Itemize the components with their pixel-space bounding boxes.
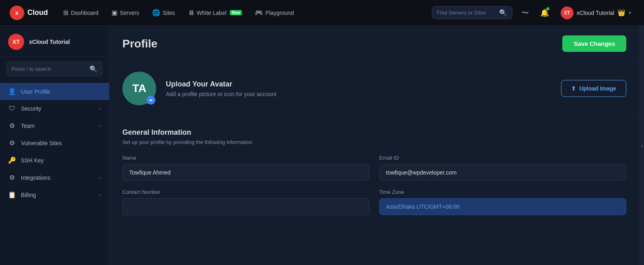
sidebar-avatar: XT — [8, 34, 24, 50]
edit-avatar-badge[interactable]: ✏ — [147, 96, 155, 105]
section-subtitle-general: Set up your profile by providing the fol… — [122, 139, 626, 145]
sidebar-label-team: Team — [21, 123, 35, 129]
sidebar-label-ssh-key: SSH Key — [21, 157, 44, 164]
upload-icon: ⬆ — [571, 85, 576, 92]
nav-item-dashboard[interactable]: ⊞ Dashboard — [58, 6, 104, 20]
form-group-name: Name — [122, 155, 369, 181]
nav-label-playground: Playground — [265, 10, 294, 16]
profile-avatar: TA ✏ — [122, 72, 156, 105]
logo[interactable]: x Cloud — [10, 6, 48, 20]
sites-icon: 🌐 — [152, 9, 160, 16]
billing-chevron-icon: › — [99, 192, 101, 198]
email-input[interactable] — [379, 164, 626, 181]
sidebar-search-icon: 🔍 — [89, 65, 97, 73]
upload-button-label: Upload Image — [579, 85, 616, 92]
sidebar-user: XT xCloud Tutorial — [0, 34, 109, 57]
sidebar-item-security[interactable]: 🛡 Security › — [0, 100, 109, 117]
user-avatar-nav: XT — [561, 6, 574, 19]
chevron-down-icon: ▾ — [629, 10, 631, 16]
global-search-input[interactable] — [437, 10, 496, 16]
sidebar-search-input[interactable] — [12, 66, 86, 72]
name-input[interactable] — [122, 164, 369, 181]
sidebar-item-vulnerable-sites[interactable]: ⚙ Vulnerable Sites — [0, 134, 109, 152]
team-chevron-icon: › — [99, 123, 101, 129]
sidebar-item-ssh-key[interactable]: 🔑 SSH Key — [0, 152, 109, 169]
email-label: Email ID — [379, 155, 626, 161]
sidebar-label-user-profile: User Profile — [21, 88, 50, 95]
playground-icon: 🎮 — [255, 9, 263, 16]
form-row-name-email: Name Email ID — [122, 155, 626, 181]
nav-label-servers: Servers — [120, 10, 139, 16]
content-header: Profile Save Changes — [109, 26, 639, 60]
logo-text: Cloud — [27, 8, 48, 17]
sidebar-label-vulnerable-sites: Vulnerable Sites — [21, 140, 62, 146]
sidebar-item-integrations[interactable]: ⚙ Integrations › — [0, 169, 109, 186]
notifications-icon[interactable]: 🔔 — [538, 6, 551, 19]
name-label: Name — [122, 155, 369, 161]
form-row-contact-timezone: Contact Number Time Zone Asia/Dhaka UTC/… — [122, 189, 626, 215]
user-name-nav: xCloud Tutorial — [577, 10, 614, 16]
timezone-label: Time Zone — [379, 189, 626, 195]
avatar-section: TA ✏ Upload Your Avatar Add a profile pi… — [109, 60, 639, 117]
right-panel-toggle[interactable]: ‹ — [639, 26, 644, 265]
timezone-select[interactable]: Asia/Dhaka UTC/GMT+06:00 — [379, 198, 626, 215]
whitelabel-icon: 🖥 — [188, 9, 194, 16]
avatar-info: Upload Your Avatar Add a profile picture… — [166, 80, 551, 97]
user-menu[interactable]: XT xCloud Tutorial 👑 ▾ — [557, 5, 634, 21]
main-layout: XT xCloud Tutorial 🔍 👤 User Profile 🛡 Se… — [0, 26, 644, 265]
nav-item-whitelabel[interactable]: 🖥 White Label New — [182, 6, 248, 20]
nav-right: 🔍 〜 🔔 XT xCloud Tutorial 👑 ▾ — [432, 5, 634, 21]
team-icon: ⚙ — [8, 122, 16, 129]
sidebar-item-team[interactable]: ⚙ Team › — [0, 117, 109, 134]
sidebar-item-user-profile[interactable]: 👤 User Profile — [0, 83, 109, 100]
global-search[interactable]: 🔍 — [432, 6, 512, 19]
logo-icon: x — [10, 6, 24, 20]
upload-image-button[interactable]: ⬆ Upload Image — [561, 80, 626, 97]
vulnerable-sites-icon: ⚙ — [8, 139, 16, 147]
nav-items: ⊞ Dashboard ▣ Servers 🌐 Sites 🖥 White La… — [58, 6, 429, 20]
ssh-key-icon: 🔑 — [8, 156, 16, 164]
contact-label: Contact Number — [122, 189, 369, 195]
sidebar-label-billing: Billing — [21, 192, 36, 198]
general-information-section: General Information Set up your profile … — [109, 117, 639, 234]
panel-collapse-icon: ‹ — [641, 142, 643, 149]
user-profile-icon: 👤 — [8, 88, 16, 95]
form-group-contact: Contact Number — [122, 189, 369, 215]
nav-item-playground[interactable]: 🎮 Playground — [249, 6, 299, 20]
avatar-subtitle: Add a profile picture or icon for your a… — [166, 91, 551, 97]
section-title-general: General Information — [122, 128, 626, 137]
sidebar-item-billing[interactable]: 📋 Billing › — [0, 186, 109, 203]
activity-icon[interactable]: 〜 — [519, 6, 532, 19]
crown-icon: 👑 — [617, 9, 625, 16]
notification-dot — [546, 7, 549, 10]
nav-label-sites: Sites — [163, 10, 175, 16]
avatar-title: Upload Your Avatar — [166, 80, 551, 88]
page-title: Profile — [122, 37, 157, 50]
top-navigation: x Cloud ⊞ Dashboard ▣ Servers 🌐 Sites 🖥 … — [0, 0, 644, 26]
form-group-email: Email ID — [379, 155, 626, 181]
nav-label-dashboard: Dashboard — [71, 10, 99, 16]
avatar-initials: TA — [132, 82, 146, 95]
contact-input[interactable] — [122, 198, 369, 215]
sidebar-search[interactable]: 🔍 — [6, 62, 103, 76]
sidebar-username: xCloud Tutorial — [29, 39, 70, 45]
nav-label-whitelabel: White Label — [197, 10, 227, 16]
main-content: Profile Save Changes TA ✏ Upload Your Av… — [109, 26, 639, 265]
nav-item-servers[interactable]: ▣ Servers — [106, 6, 145, 20]
nav-item-sites[interactable]: 🌐 Sites — [147, 6, 181, 20]
security-icon: 🛡 — [8, 105, 16, 112]
dashboard-icon: ⊞ — [63, 9, 68, 16]
new-badge: New — [230, 10, 242, 15]
search-icon: 🔍 — [499, 9, 507, 16]
save-changes-button[interactable]: Save Changes — [562, 35, 626, 52]
sidebar-label-security: Security — [21, 105, 41, 112]
form-group-timezone: Time Zone Asia/Dhaka UTC/GMT+06:00 — [379, 189, 626, 215]
integrations-chevron-icon: › — [99, 175, 101, 181]
integrations-icon: ⚙ — [8, 174, 16, 181]
security-chevron-icon: › — [99, 106, 101, 111]
sidebar: XT xCloud Tutorial 🔍 👤 User Profile 🛡 Se… — [0, 26, 109, 265]
billing-icon: 📋 — [8, 191, 16, 199]
sidebar-label-integrations: Integrations — [21, 175, 50, 181]
servers-icon: ▣ — [111, 9, 118, 16]
